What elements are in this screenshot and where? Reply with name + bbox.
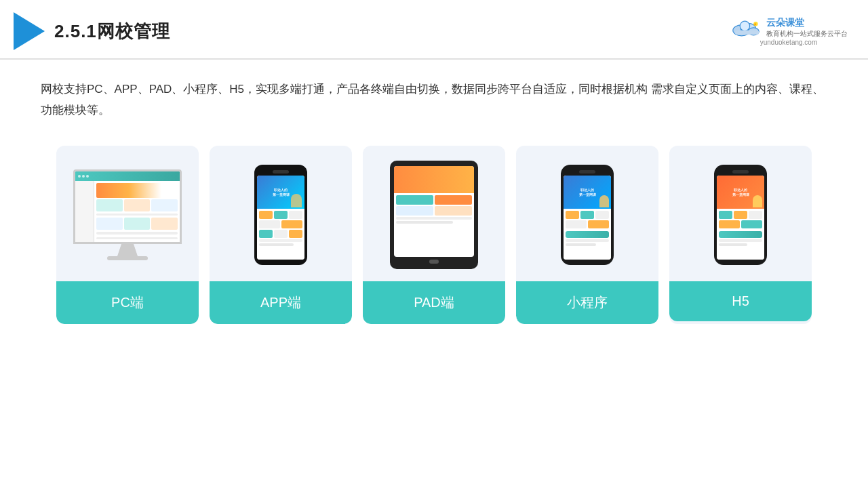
- tablet-mockup: [390, 161, 478, 269]
- brand-info: 云朵课堂 教育机构一站式服务云平台: [766, 16, 848, 39]
- brand-logo-area: ✦ 云朵课堂 教育机构一站式服务云平台 yunduoketang.com: [730, 16, 848, 46]
- phone-notch-h5: [732, 170, 749, 174]
- phone-screen-app: 职达人的第一堂网课: [257, 176, 304, 260]
- brand-url: yunduoketang.com: [760, 39, 818, 46]
- app-image-area: 职达人的第一堂网课: [210, 146, 352, 281]
- phone-body-mini: 职达人的第一堂网课: [561, 165, 614, 265]
- h5-banner: 职达人的第一堂网课: [732, 188, 749, 197]
- miniprogram-label: 小程序: [516, 281, 658, 324]
- miniprogram-card: 职达人的第一堂网课: [516, 146, 658, 324]
- mini-banner: 职达人的第一堂网课: [579, 188, 596, 197]
- platform-cards-container: PC端 职达人的第一堂网课: [41, 146, 827, 324]
- phone-mockup-mini: 职达人的第一堂网课: [561, 165, 614, 265]
- phone-notch-mini: [579, 170, 595, 174]
- cloud-icon: ✦: [730, 16, 762, 38]
- header-left: 2.5.1网校管理: [14, 12, 170, 50]
- svg-rect-4: [735, 30, 759, 35]
- logo-triangle-icon: [14, 12, 45, 50]
- monitor-mockup: [73, 169, 182, 260]
- phone-mockup-h5: 职达人的第一堂网课: [714, 165, 767, 265]
- miniprogram-image-area: 职达人的第一堂网课: [516, 146, 658, 281]
- h5-image-area: 职达人的第一堂网课: [669, 146, 812, 281]
- phone-notch: [273, 170, 289, 174]
- page-title: 2.5.1网校管理: [54, 20, 170, 43]
- pad-card: PAD端: [363, 146, 505, 324]
- description-text: 网校支持PC、APP、PAD、小程序、H5，实现多端打通，产品各终端自由切换，数…: [41, 79, 827, 121]
- monitor-screen: [73, 169, 182, 244]
- svg-text:✦: ✦: [753, 22, 757, 26]
- brand-name: 云朵课堂: [766, 16, 848, 29]
- tablet-screen: [394, 166, 474, 257]
- app-label: APP端: [210, 281, 352, 324]
- pc-card: PC端: [56, 146, 199, 324]
- phone-screen-h5: 职达人的第一堂网课: [717, 176, 764, 260]
- h5-card: 职达人的第一堂网课: [669, 146, 812, 324]
- pc-label: PC端: [56, 281, 199, 324]
- main-content: 网校支持PC、APP、PAD、小程序、H5，实现多端打通，产品各终端自由切换，数…: [0, 60, 868, 338]
- tablet-home-button: [429, 260, 439, 264]
- app-card: 职达人的第一堂网课: [210, 146, 352, 324]
- header: 2.5.1网校管理 ✦ 云朵课堂 教育机构一站式服务云平台 yunduoke: [0, 0, 868, 60]
- tablet-body: [390, 161, 478, 269]
- phone-screen-mini: 职达人的第一堂网课: [564, 176, 611, 260]
- brand-logo: ✦ 云朵课堂 教育机构一站式服务云平台: [730, 16, 848, 39]
- h5-label: H5: [669, 281, 812, 321]
- phone-body-h5: 职达人的第一堂网课: [714, 165, 767, 265]
- phone-mockup-app: 职达人的第一堂网课: [254, 165, 307, 265]
- pad-image-area: [363, 146, 505, 281]
- brand-slogan: 教育机构一站式服务云平台: [766, 29, 848, 39]
- svg-point-3: [740, 22, 749, 31]
- phone-body-app: 职达人的第一堂网课: [254, 165, 307, 265]
- pc-image-area: [56, 146, 199, 281]
- pad-label: PAD端: [363, 281, 505, 324]
- app-banner: 职达人的第一堂网课: [273, 188, 290, 197]
